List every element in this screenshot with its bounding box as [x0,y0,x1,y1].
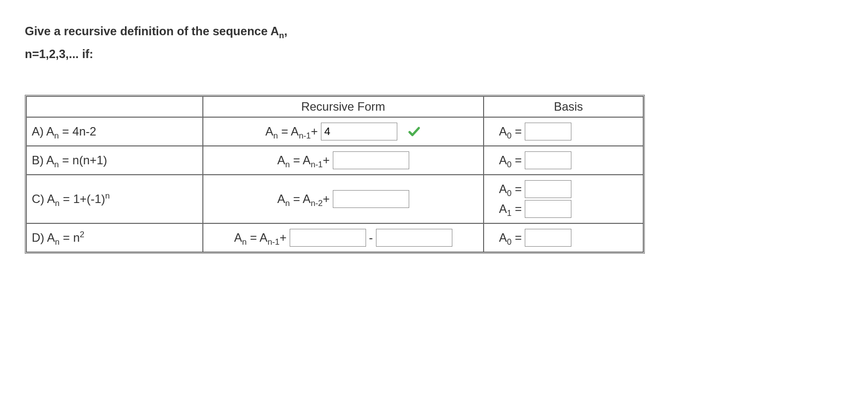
row-d-basis-input[interactable] [525,229,571,247]
text: A [277,153,285,167]
prompt-line1: Give a recursive definition of the seque… [25,24,288,38]
text: + [311,125,318,138]
row-c-label: C) An = 1+(-1)n [26,175,203,223]
text: D) A [32,231,55,244]
row-b-rec-input[interactable] [333,151,409,169]
text: = n [60,231,80,244]
row-a-rec-input[interactable] [321,123,397,140]
row-b-basis: A0 = [484,146,643,175]
text: n-1 [310,160,322,169]
row-b-label: B) An = n(n+1) [26,146,203,175]
text: 0 [507,160,511,169]
row-a-basis-input[interactable] [525,123,571,140]
row-d-basis: A0 = [484,223,643,252]
text: A [499,231,507,244]
text: n-2 [310,199,322,208]
row-b-basis-label: A0 = [499,153,522,167]
text: = [511,182,522,196]
text: A [499,202,507,215]
row-c-basis2-label: A1 = [499,202,522,216]
prompt-line1-sub: n [279,31,284,40]
text: = [511,202,522,215]
text: n-1 [299,131,310,140]
row-d-rec-input-2[interactable] [376,229,452,247]
text: A [234,231,242,244]
row-d-dash: - [369,231,373,245]
table-row: D) An = n2 An = An-1+ - A0 = [26,223,643,252]
row-a-recursive: An = An-1+ [203,117,484,146]
text: 0 [507,131,511,140]
text: = 1+(-1) [60,192,105,205]
text: 1 [507,208,511,218]
text: n [55,237,60,247]
text: A [277,192,285,205]
text: n [105,191,110,201]
text: = A [290,153,310,167]
text: n-1 [267,237,279,247]
row-c-rec-expr: An = An-2+ [277,192,330,206]
check-icon [407,125,421,138]
text: = A [278,125,299,138]
row-a-basis-label: A0 = [499,125,522,138]
text: n [285,199,290,208]
text: = 4n-2 [59,125,96,138]
text: = n(n+1) [59,153,107,167]
prompt-line2: n=1,2,3,... if: [25,47,93,61]
text: + [323,192,330,205]
text: = A [290,192,310,205]
row-c-rec-input[interactable] [333,190,409,208]
row-b-basis-input[interactable] [525,151,571,169]
text: n [54,160,59,169]
text: n [273,131,278,140]
text: 0 [507,189,511,198]
question-prompt: Give a recursive definition of the seque… [25,20,843,65]
text: B) A [32,153,54,167]
prompt-line1-pre: Give a recursive definition of the seque… [25,24,279,38]
table-row: C) An = 1+(-1)n An = An-2+ A0 = A1 = [26,175,643,223]
text: C) A [32,192,55,205]
text: + [323,153,330,167]
answer-table: Recursive Form Basis A) An = 4n-2 An = A… [25,95,645,254]
row-d-recursive: An = An-1+ - [203,223,484,252]
text: = A [247,231,267,244]
row-b-rec-expr: An = An-1+ [277,153,330,167]
text: A [499,153,507,167]
prompt-line1-post: , [284,24,288,38]
row-a-label: A) An = 4n-2 [26,117,203,146]
header-row: Recursive Form Basis [26,96,643,117]
row-c-recursive: An = An-2+ [203,175,484,223]
text: = [511,153,522,167]
row-a-basis: A0 = [484,117,643,146]
text: n [55,199,60,208]
text: n [54,131,59,140]
text: n [242,237,247,247]
text: A) A [32,125,54,138]
text: = [511,125,522,138]
text: + [280,231,287,244]
header-basis: Basis [484,96,643,117]
row-c-basis1-label: A0 = [499,182,522,196]
header-recursive: Recursive Form [203,96,484,117]
row-a-rec-expr: An = An-1+ [265,125,318,138]
text: A [499,182,507,196]
row-d-basis-label: A0 = [499,231,522,245]
text: A [265,125,273,138]
table-row: A) An = 4n-2 An = An-1+ A0 = [26,117,643,146]
text: n [285,160,290,169]
row-b-recursive: An = An-1+ [203,146,484,175]
row-c-basis2-input[interactable] [525,200,571,218]
row-d-rec-expr: An = An-1+ [234,231,287,245]
text: 0 [507,237,511,247]
text: = [511,231,522,244]
row-c-basis: A0 = A1 = [484,175,643,223]
header-empty [26,96,203,117]
row-d-rec-input-1[interactable] [290,229,366,247]
row-d-label: D) An = n2 [26,223,203,252]
text: A [499,125,507,138]
row-c-basis1-input[interactable] [525,180,571,198]
table-row: B) An = n(n+1) An = An-1+ A0 = [26,146,643,175]
text: 2 [80,230,84,239]
